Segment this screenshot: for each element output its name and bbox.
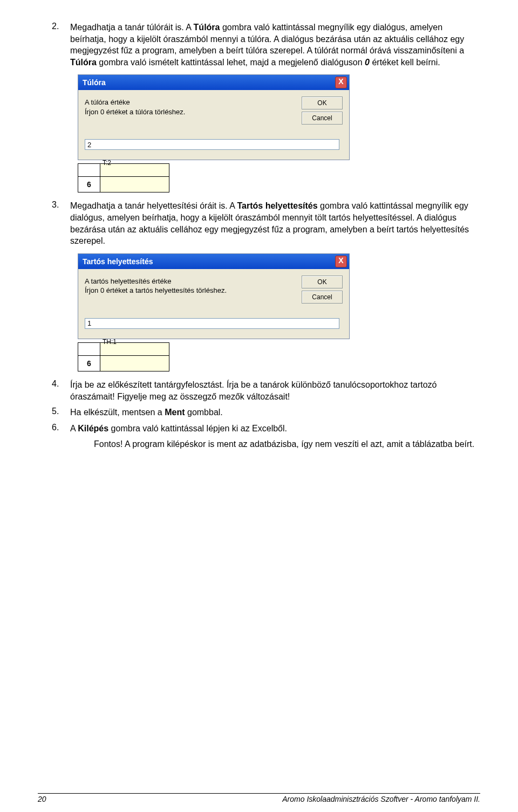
item-number: 3. (52, 200, 70, 246)
close-icon[interactable]: X (335, 256, 347, 267)
item-number: 6. (52, 423, 70, 435)
dialog-text: A tartós helyettesítés értéke Írjon 0 ér… (85, 277, 236, 295)
list-item-2: 2. Megadhatja a tanár túlóráit is. A Túl… (52, 22, 480, 68)
dialog-line: A túlóra értéke (85, 98, 236, 107)
value-input[interactable] (85, 318, 339, 329)
list-item-3: 3. Megadhatja a tanár helyettesítési órá… (52, 200, 480, 246)
text: Ha elkészült, mentsen a (70, 408, 165, 417)
item-number: 5. (52, 407, 70, 418)
dialog-line: A tartós helyettesítés értéke (85, 277, 236, 286)
cell-tag: TH:1 (101, 338, 118, 346)
text-bold: Ment (165, 408, 185, 417)
dialog-title: Tartós helyettesítés (83, 257, 335, 266)
dialog-line: Írjon 0 értéket a túlóra törléshez. (85, 107, 236, 117)
dialog-line: Írjon 0 értéket a tartós helyettesítés t… (85, 286, 236, 295)
item-number: 2. (52, 22, 70, 68)
cancel-button[interactable]: Cancel (302, 112, 343, 125)
cell-number: 6 (78, 177, 100, 192)
cell-example: TH:1 6 (78, 342, 169, 371)
text-bold: Túlóra (194, 23, 220, 32)
text: Megadhatja a tanár helyettesítési óráit … (70, 201, 237, 210)
cell-example: T:2 6 (78, 163, 169, 192)
item-body: A Kilépés gombra való kattintással lépje… (70, 423, 480, 435)
dialog-tartos-figure: Tartós helyettesítés X A tartós helyette… (78, 253, 480, 371)
dialog-tulora: Túlóra X A túlóra értéke Írjon 0 értéket… (78, 74, 350, 160)
text-bold: Túlóra (70, 58, 97, 67)
item-body: Írja be az előkészített tantárgyfelosztá… (70, 379, 480, 402)
text-bold: Tartós helyettesítés (237, 201, 318, 210)
dialog-tartos: Tartós helyettesítés X A tartós helyette… (78, 253, 350, 339)
text: A (70, 424, 78, 433)
cell-blank (78, 164, 100, 177)
list-item-6: 6. A Kilépés gombra való kattintással lé… (52, 423, 480, 435)
ok-button[interactable]: OK (302, 97, 343, 109)
cell-number: 6 (78, 356, 100, 371)
note-bold: Fontos! (94, 439, 122, 449)
close-icon[interactable]: X (335, 77, 347, 88)
item-body: Ha elkészült, mentsen a Ment gombbal. (70, 407, 480, 418)
text-italic: 0 (365, 58, 370, 67)
text: gombbal. (185, 408, 223, 417)
footer-page: 20 (38, 795, 46, 803)
value-input[interactable] (85, 139, 339, 150)
dialog-titlebar: Túlóra X (78, 75, 349, 90)
text: Megadhatja a tanár túlóráit is. A (70, 23, 194, 32)
important-note: Fontos! A program kilépéskor is ment az … (94, 438, 480, 450)
text: értéket kell beírni. (370, 58, 440, 67)
note-text: A program kilépéskor is ment az adatbázi… (122, 439, 474, 449)
text: gombra való kattintással lépjen ki az Ex… (108, 424, 287, 433)
item-number: 4. (52, 379, 70, 402)
dialog-text: A túlóra értéke Írjon 0 értéket a túlóra… (85, 98, 236, 116)
cell-blank (78, 343, 100, 356)
item-body: Megadhatja a tanár túlóráit is. A Túlóra… (70, 22, 480, 68)
cancel-button[interactable]: Cancel (302, 291, 343, 304)
dialog-title: Túlóra (83, 78, 335, 87)
ok-button[interactable]: OK (302, 276, 343, 288)
list-item-4: 4. Írja be az előkészített tantárgyfelos… (52, 379, 480, 402)
cell-tag: T:2 (101, 159, 112, 167)
text: gombra való ismételt kattintással lehet,… (97, 58, 365, 67)
page-footer: 20 Aromo Iskolaadminisztrációs Szoftver … (38, 793, 480, 803)
text-bold: Kilépés (78, 424, 108, 433)
list-item-5: 5. Ha elkészült, mentsen a Ment gombbal. (52, 407, 480, 418)
footer-title: Aromo Iskolaadminisztrációs Szoftver - A… (282, 795, 480, 803)
dialog-tulora-figure: Túlóra X A túlóra értéke Írjon 0 értéket… (78, 74, 480, 192)
item-body: Megadhatja a tanár helyettesítési óráit … (70, 200, 480, 246)
dialog-titlebar: Tartós helyettesítés X (78, 254, 349, 269)
